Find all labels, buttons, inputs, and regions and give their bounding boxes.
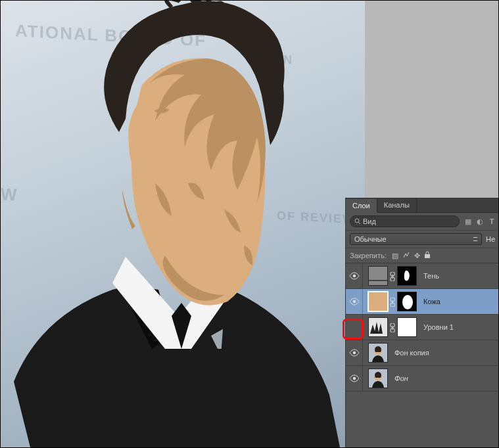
layer-name[interactable]: Тень (419, 272, 439, 280)
canvas-area[interactable]: ATIONAL BOARD OF W OF REVIEW N (1, 1, 365, 447)
layer-row[interactable]: Кожа (346, 289, 499, 315)
blend-mode-select[interactable]: Обычные (350, 233, 482, 245)
svg-point-8 (352, 300, 355, 303)
svg-line-1 (358, 222, 360, 224)
filter-type-icon[interactable]: T (487, 217, 496, 226)
link-icon[interactable] (390, 323, 395, 331)
tab-channels[interactable]: Каналы (377, 198, 417, 212)
search-icon (354, 218, 361, 225)
visibility-toggle[interactable] (346, 315, 363, 340)
tab-layers[interactable]: Слои (346, 199, 377, 213)
filter-adjust-icon[interactable]: ◐ (475, 217, 485, 226)
watermark-text: W (1, 184, 18, 205)
link-icon[interactable] (390, 298, 395, 305)
lock-all-icon[interactable] (424, 251, 431, 260)
thumb-group (366, 317, 417, 337)
layer-thumbnail[interactable] (368, 292, 388, 311)
layer-list: ТеньКожаУровни 1Фон копияФон (346, 263, 499, 392)
layer-row[interactable]: Тень (346, 263, 499, 289)
filter-row: Вид ▦ ◐ T (346, 213, 499, 231)
panel-tabs: Слои Каналы (346, 198, 499, 213)
svg-point-0 (355, 219, 359, 223)
lock-label: Закрепить: (350, 252, 387, 259)
thumb-group (366, 343, 388, 363)
opacity-label: Не (486, 235, 495, 243)
visibility-toggle[interactable] (346, 366, 363, 391)
layer-thumbnail[interactable] (368, 369, 388, 388)
thumb-group (366, 369, 388, 388)
visibility-toggle[interactable] (346, 340, 363, 365)
svg-point-3 (352, 275, 355, 277)
lock-image-icon[interactable] (402, 251, 410, 260)
layer-name[interactable]: Уровни 1 (419, 323, 454, 331)
lock-row: Закрепить: ▨ ✥ (346, 248, 499, 263)
svg-rect-2 (425, 254, 430, 258)
layer-thumbnail[interactable] (368, 317, 388, 337)
mask-thumbnail[interactable] (397, 266, 417, 286)
svg-point-21 (352, 377, 355, 380)
visibility-toggle[interactable] (346, 263, 363, 288)
visibility-toggle[interactable] (346, 289, 363, 314)
layer-filter-select[interactable]: Вид (350, 215, 460, 227)
filter-icons: ▦ ◐ T (463, 217, 496, 226)
layers-panel: Слои Каналы Вид ▦ ◐ T Обычные Не Закрепи… (345, 198, 499, 447)
mask-thumbnail[interactable] (397, 292, 417, 311)
svg-point-13 (402, 295, 413, 309)
filter-label: Вид (363, 217, 376, 225)
svg-point-18 (352, 351, 355, 354)
layer-row[interactable]: Фон копия (346, 340, 499, 366)
layer-name[interactable]: Фон копия (391, 349, 429, 357)
layer-name[interactable]: Фон (391, 374, 408, 382)
layer-name[interactable]: Кожа (419, 298, 440, 305)
watermark-text: OF REVIEW (277, 209, 355, 227)
blend-row: Обычные Не (346, 231, 499, 248)
lock-transparency-icon[interactable]: ▨ (392, 252, 398, 260)
face-shape (122, 52, 267, 315)
link-icon[interactable] (390, 272, 395, 280)
layer-row[interactable]: Фон (346, 366, 499, 392)
layer-row[interactable]: Уровни 1 (346, 315, 499, 340)
filter-pixel-icon[interactable]: ▦ (463, 217, 473, 226)
layer-thumbnail[interactable] (368, 266, 388, 286)
lock-position-icon[interactable]: ✥ (414, 252, 420, 260)
thumb-group (366, 292, 417, 311)
layer-thumbnail[interactable] (368, 343, 388, 363)
mask-thumbnail[interactable] (397, 317, 417, 337)
thumb-group (366, 266, 417, 286)
